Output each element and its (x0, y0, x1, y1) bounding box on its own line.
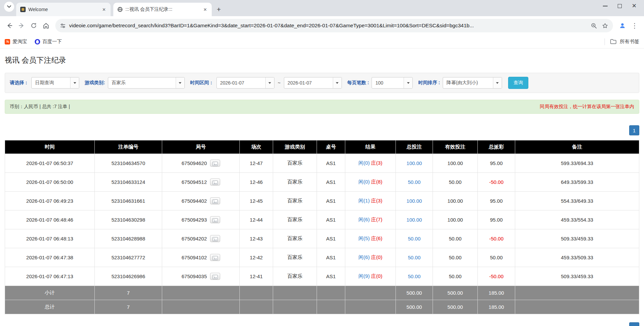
cell-session: 12-46 (240, 173, 273, 192)
chevron-down-icon[interactable] (70, 77, 79, 88)
minimize-button[interactable] (603, 6, 608, 6)
view-round-button[interactable] (210, 178, 220, 186)
query-type-select[interactable]: 日期查询 (31, 77, 79, 89)
tab-search-button[interactable] (4, 2, 14, 12)
divider (605, 38, 605, 45)
cell-table-no: AS1 (317, 210, 345, 229)
cell-game-type: 百家乐 (273, 248, 317, 267)
date-end-select[interactable]: 2026-01-07 (284, 77, 342, 89)
maximize-button[interactable] (618, 4, 622, 8)
cell-bet-id: 523104626986 (95, 267, 162, 286)
profile-button[interactable] (616, 20, 628, 32)
cell-game-type: 百家乐 (273, 154, 317, 173)
cell-game-type: 百家乐 (273, 229, 317, 248)
totals-label: 小计 (5, 286, 95, 300)
cell-round: 675094035 (162, 267, 240, 286)
cell-remark: 554.33/649.33 (515, 192, 639, 210)
back-icon (6, 22, 13, 29)
cell-time: 2026-01-07 06:50:00 (5, 173, 95, 192)
cell-table-no: AS1 (317, 267, 345, 286)
total-bet-link[interactable]: 100.00 (407, 160, 422, 166)
tab-close-icon[interactable]: ✕ (202, 6, 208, 13)
page-number-button[interactable]: 1 (629, 322, 639, 326)
round-result-icon (212, 199, 218, 204)
cell-round: 675094102 (162, 248, 240, 267)
all-bookmarks-button[interactable]: 所有书签 (605, 38, 639, 45)
search-button[interactable]: 查询 (508, 77, 528, 89)
chevron-down-icon[interactable] (404, 77, 412, 88)
table-row: 2026-01-07 06:49:23523104631661675094402… (5, 192, 639, 210)
column-header: 局号 (162, 140, 240, 154)
chevron-down-icon (7, 5, 11, 8)
total-bet-link[interactable]: 50.00 (408, 236, 421, 241)
all-bookmarks-label: 所有书签 (620, 38, 639, 45)
cell-payout: 95.00 (478, 192, 515, 210)
tab-close-icon[interactable]: ✕ (101, 6, 107, 13)
cell-table-no: AS1 (317, 192, 345, 210)
cell-time: 2026-01-07 06:48:13 (5, 229, 95, 248)
cell-valid-bet: 50.00 (433, 267, 478, 286)
bookmark-baidu[interactable]: 百度一下 (35, 38, 62, 45)
page-number-button[interactable]: 1 (629, 125, 639, 135)
cell-valid-bet: 100.00 (433, 154, 478, 173)
bookmark-taobao[interactable]: 淘 爱淘宝 (5, 38, 27, 45)
sort-select[interactable]: 降幂(由大到小) (443, 77, 502, 89)
totals-payout: 185.00 (478, 286, 515, 300)
cell-session: 12-41 (240, 267, 273, 286)
tab-betrecord[interactable]: :::视讯 会员下注纪录::: ✕ (113, 3, 212, 16)
profile-icon (619, 22, 626, 29)
cell-remark: 509.33/459.33 (515, 229, 639, 248)
game-type-label: 游戏类别: (85, 80, 105, 86)
taobao-favicon-icon: 淘 (5, 39, 10, 44)
cell-result: 闲(6) 庄(0) (345, 248, 396, 267)
home-button[interactable] (40, 20, 52, 32)
chevron-down-icon[interactable] (493, 77, 502, 88)
site-settings-icon[interactable] (60, 23, 66, 29)
total-bet-link[interactable]: 50.00 (408, 273, 421, 279)
view-round-button[interactable] (210, 235, 220, 242)
totals-total-bet: 500.00 (396, 286, 433, 300)
cell-payout: 95.00 (478, 210, 515, 229)
chevron-down-icon[interactable] (265, 77, 274, 88)
reload-button[interactable] (28, 20, 40, 32)
page-content: 视讯 会员下注纪录 请选择： 日期查询 游戏类别: 百家乐 时间区间： 2026… (0, 55, 644, 326)
view-round-button[interactable] (210, 197, 220, 204)
reload-icon (30, 22, 37, 29)
new-tab-button[interactable]: + (214, 4, 224, 14)
cell-table-no: AS1 (317, 154, 345, 173)
forward-button[interactable] (16, 20, 28, 32)
game-type-select[interactable]: 百家乐 (108, 77, 185, 89)
back-button[interactable] (3, 20, 16, 32)
browser-menu-button[interactable]: ⋮ (628, 20, 641, 32)
total-bet-link[interactable]: 50.00 (408, 255, 421, 260)
bookmark-label: 百度一下 (42, 38, 62, 45)
bookmark-star-icon[interactable] (602, 23, 608, 29)
cell-game-type: 百家乐 (273, 173, 317, 192)
cell-total-bet: 100.00 (396, 192, 433, 210)
url-text[interactable]: videoie.com/game/betrecord_search/kind3?… (69, 23, 587, 29)
address-bar[interactable]: videoie.com/game/betrecord_search/kind3?… (55, 19, 613, 32)
tab-title: :::视讯 会员下注纪录::: (125, 6, 199, 12)
total-bet-link[interactable]: 100.00 (407, 217, 422, 223)
view-round-button[interactable] (210, 273, 220, 280)
round-result-icon (212, 218, 218, 223)
total-bet-link[interactable]: 50.00 (408, 179, 421, 185)
view-round-button[interactable] (210, 216, 220, 223)
cell-time: 2026-01-07 06:50:37 (5, 154, 95, 173)
date-start-select[interactable]: 2026-01-07 (216, 77, 274, 89)
cell-remark: 599.33/694.33 (515, 154, 639, 173)
window-close-button[interactable]: ✕ (632, 4, 637, 8)
cell-bet-id: 523104627772 (95, 248, 162, 267)
table-row: 2026-01-07 06:48:46523104630298675094293… (5, 210, 639, 229)
cell-bet-id: 523104631661 (95, 192, 162, 210)
view-round-button[interactable] (210, 254, 220, 261)
total-bet-link[interactable]: 100.00 (407, 198, 422, 204)
column-header: 时间 (5, 140, 95, 154)
tab-welcome[interactable]: Welcome ✕ (16, 3, 111, 16)
view-round-button[interactable] (210, 160, 220, 167)
chevron-down-icon[interactable] (333, 77, 342, 88)
chevron-down-icon[interactable] (176, 77, 184, 88)
per-page-select[interactable]: 100 (372, 77, 413, 89)
zoom-icon[interactable] (591, 23, 597, 29)
totals-row: 总计7500.00500.00185.00 (5, 300, 639, 314)
